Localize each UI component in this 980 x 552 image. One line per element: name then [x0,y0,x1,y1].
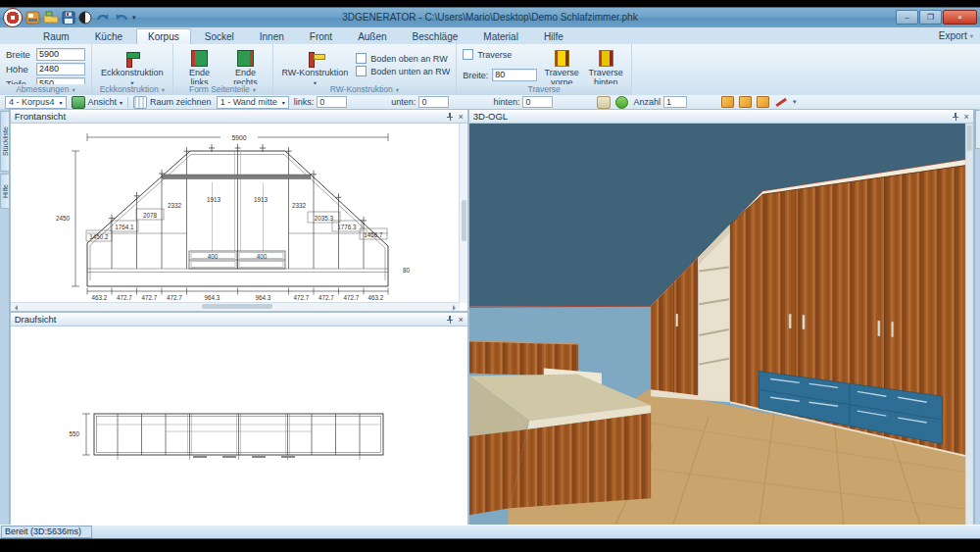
dimension-label: 472.7 [293,294,309,301]
anzahl-input[interactable]: 1 [663,96,687,108]
apply-icon[interactable] [615,96,628,109]
dimension-label: 2450 [56,215,71,222]
close-icon[interactable]: × [963,113,968,121]
tab-hilfe[interactable]: Hilfe [532,28,575,44]
cabinet-copy-icon[interactable] [721,96,734,108]
tab-aussen[interactable]: Außen [346,28,398,44]
traverse-check-label: Traverse [477,50,512,60]
tab-beschlaege[interactable]: Beschläge [401,28,470,44]
boden-oben-checkbox[interactable] [356,53,367,64]
clipboard-icon[interactable] [597,96,611,109]
maximize-button[interactable]: ❐ [919,10,942,25]
ribbon-tab-row: Raum Küche Korpus Sockel Innen Front Auß… [0,27,980,44]
app-logo-icon[interactable] [3,8,23,27]
pin-icon[interactable] [446,113,454,121]
links-input[interactable]: 0 [317,96,347,108]
breite-input[interactable]: 5900 [36,48,85,61]
redo-icon[interactable] [95,11,111,25]
chevron-down-icon[interactable]: ▾ [396,84,399,95]
group-label-eckkonstruktion: Eckkonstruktion▾ [92,84,172,95]
threed-scrollbar[interactable] [965,124,973,525]
window-title: 3DGENERATOR - C:\Users\Mario\Desktop\Dem… [0,12,980,23]
qat-dropdown-icon[interactable]: ▾ [132,14,136,22]
toggle-icon[interactable] [78,11,92,25]
chevron-down-icon: ▾ [970,32,973,40]
hoehe-input[interactable]: 2480 [36,63,85,75]
front-view-header[interactable]: Frontansicht × [11,110,467,124]
dimension-label: 550 [69,430,79,437]
cabinet-move-icon[interactable] [739,96,752,108]
dropdown-caret-icon: ▾ [60,99,63,106]
dimension-lines [82,414,90,455]
threed-content[interactable] [469,124,973,525]
close-button[interactable]: × [943,10,977,25]
new-project-icon[interactable] [25,11,40,25]
save-icon[interactable] [62,11,75,25]
tab-front[interactable]: Front [298,28,344,44]
open-folder-icon[interactable] [43,11,59,25]
corner-construction-icon [123,51,140,67]
right-dock-tab[interactable] [975,110,980,149]
threed-header[interactable]: 3D-OGL × [469,110,973,124]
boden-unten-checkbox[interactable] [356,66,367,76]
top-view-drawing: 550 [11,326,467,527]
top-view-panel: Draufsicht × [10,312,468,528]
front-vertical-scrollbar[interactable] [459,124,467,303]
tab-korpus[interactable]: Korpus [136,28,191,44]
raum-zeichnen-button[interactable]: Raum zeichnen [133,96,212,109]
hinten-input[interactable]: 0 [522,96,553,108]
close-icon[interactable]: × [458,113,463,121]
korpus-select[interactable]: 4 - Korpus4▾ [5,96,67,109]
dimension-label: 472.7 [318,294,334,301]
scroll-thumb[interactable] [202,304,272,309]
minimize-button[interactable]: – [896,10,918,25]
cabinet-delete-icon[interactable] [757,96,769,108]
tab-raum[interactable]: Raum [31,28,81,44]
status-bar: Bereit (3D:5636ms) [0,525,980,538]
ansicht-button[interactable]: Ansicht▾ [72,96,123,109]
chevron-down-icon[interactable]: ▾ [253,84,256,95]
top-view-header[interactable]: Draufsicht × [11,313,467,326]
boden-oben-label: Boden oben an RW [370,54,447,64]
tab-material[interactable]: Material [471,28,530,44]
export-button[interactable]: Export▾ [939,30,973,41]
tab-sockel[interactable]: Sockel [193,28,246,44]
eckkonstruktion-button[interactable]: Eckkonstruktion▾ [98,47,167,89]
traverse-breite-input[interactable]: 80 [492,69,537,81]
dimension-label: 1764.1 [115,224,134,230]
window-controls: – ❐ × [896,10,977,25]
right-dock-strip [974,109,980,526]
scroll-right-icon[interactable] [453,305,459,311]
wand-select[interactable]: 1 - Wand mitte▾ [217,96,289,109]
pin-icon[interactable] [952,113,959,121]
pin-icon[interactable] [446,316,454,324]
dimension-label: 400 [256,253,267,260]
group-abmessungen: Breite5900 Höhe2480 Tiefe550 Abmessungen… [0,44,92,95]
traverse-checkbox[interactable] [463,49,473,60]
dimension-label: 472.7 [141,294,157,301]
hoehe-label: Höhe [6,64,32,75]
tab-innen[interactable]: Innen [248,28,296,44]
app-window: ▾ 3DGENERATOR - C:\Users\Mario\Desktop\D… [0,8,980,538]
chevron-down-icon[interactable]: ▾ [73,84,75,95]
dimension-label: 2332 [292,202,307,209]
edit-pencil-icon[interactable] [774,97,786,108]
group-traverse: Traverse Breite:80 Traverse vorne▾ Trave… [457,44,632,95]
close-icon[interactable]: × [458,316,463,324]
tab-kueche[interactable]: Küche [83,28,134,44]
dimension-label: 2332 [168,202,182,209]
chevron-down-icon[interactable]: ▾ [162,84,165,95]
toolbar-overflow-icon[interactable]: ▾ [793,98,797,106]
end-left-icon [191,50,208,67]
unten-input[interactable]: 0 [418,96,449,108]
top-view-content: 550 [11,326,467,527]
dimension-label: 964.3 [204,294,220,301]
dimension-label: 1913 [254,196,269,203]
undo-icon[interactable] [114,11,129,25]
scroll-left-icon[interactable] [12,305,18,311]
front-horizontal-scrollbar[interactable] [11,302,460,311]
dock-tab-hilfe[interactable]: Hilfe [0,174,9,209]
rw-konstruktion-button[interactable]: RW-Konstruktion▾ [279,47,352,89]
dock-tab-stueckliste[interactable]: Stückliste [0,111,9,172]
title-bar: ▾ 3DGENERATOR - C:\Users\Mario\Desktop\D… [0,8,980,28]
